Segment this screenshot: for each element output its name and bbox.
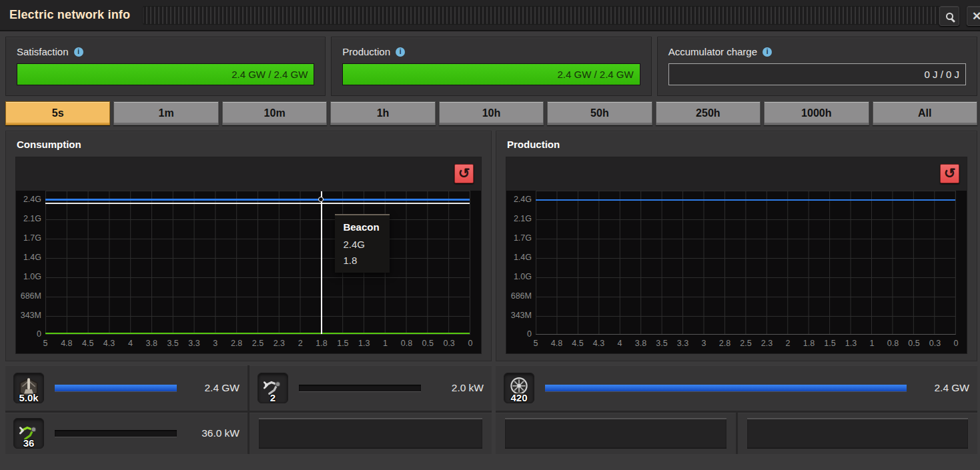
x-tick: 4.5 — [82, 339, 93, 348]
production-legend: 420 2.4 GW — [496, 365, 977, 454]
search-icon — [946, 13, 953, 20]
search-button[interactable] — [939, 6, 959, 26]
time-button-10m[interactable]: 10m — [222, 101, 327, 125]
green-series-line — [45, 333, 470, 334]
reset-zoom-button[interactable]: ↺ — [940, 164, 959, 183]
steam-turbine-bar-fill — [545, 385, 907, 391]
inserter-bar-track — [299, 385, 421, 392]
y-tick: 1.4G — [23, 253, 41, 262]
legend-item-steam-turbine[interactable]: 420 2.4 GW — [496, 365, 977, 411]
y-tick: 686M — [21, 291, 41, 301]
x-tick: 1.5 — [824, 339, 835, 348]
steam-turbine-power-value: 2.4 GW — [917, 382, 969, 394]
production-plot[interactable] — [536, 191, 956, 335]
x-tick: 0 — [468, 339, 473, 348]
production-stat-panel: Production i 2.4 GW / 2.4 GW — [331, 37, 651, 96]
y-tick: 686M — [511, 291, 532, 301]
beacon-power-value: 2.4 GW — [187, 382, 239, 394]
y-tick: 0 — [527, 329, 532, 339]
time-button-50h[interactable]: 50h — [547, 101, 652, 125]
x-tick: 2.5 — [740, 339, 751, 348]
beacon-count: 5.0k — [14, 392, 43, 403]
info-icon: i — [396, 47, 405, 57]
accumulator-panel: Accumulator charge i 0 J / 0 J — [657, 37, 977, 96]
steam-turbine-bar-track — [545, 385, 907, 392]
x-tick: 3.5 — [167, 339, 178, 348]
x-tick: 4.5 — [572, 339, 583, 348]
y-tick: 2.4G — [514, 195, 532, 204]
accumulator-label: Accumulator charge — [668, 46, 757, 57]
time-button-1m[interactable]: 1m — [113, 101, 218, 125]
empty-legend-panel — [505, 418, 726, 449]
empty-legend-panel — [259, 418, 482, 449]
x-tick: 1.8 — [803, 339, 815, 348]
legend-item-beacon[interactable]: 5.0k 2.4 GW — [5, 365, 248, 411]
production-bar: 2.4 GW / 2.4 GW — [342, 63, 640, 85]
x-tick: 1 — [383, 339, 388, 348]
inserter-slot[interactable]: 2 — [258, 373, 288, 403]
close-button[interactable]: ✕ — [967, 6, 980, 26]
x-tick: 2 — [786, 339, 791, 348]
time-button-1000h[interactable]: 1000h — [764, 101, 869, 125]
reset-zoom-button[interactable]: ↺ — [454, 164, 474, 183]
x-tick: 3 — [702, 339, 706, 348]
x-tick: 3.8 — [635, 339, 646, 348]
consumption-plot[interactable]: Beacon 2.4G 1.8 — [45, 191, 470, 335]
x-tick: 2.3 — [274, 339, 285, 348]
x-tick: 4.3 — [593, 339, 604, 348]
x-tick: 4 — [618, 339, 622, 348]
y-tick: 1.4G — [514, 253, 532, 262]
x-tick: 3.3 — [677, 339, 688, 348]
inserter-green-count: 36 — [14, 437, 43, 449]
time-button-10h[interactable]: 10h — [439, 101, 544, 125]
window-titlebar: Electric network info ✕ — [0, 0, 980, 31]
time-button-5s[interactable]: 5s — [5, 101, 110, 125]
production-plot-area: 2.4G 2.1G 1.7G 1.4G 1.0G 686M 343M 0 5 4… — [506, 191, 967, 353]
time-button-250h[interactable]: 250h — [656, 101, 761, 125]
x-tick: 2.3 — [761, 339, 773, 348]
y-tick: 1.7G — [514, 233, 532, 243]
legend-empty-row — [496, 413, 977, 454]
y-tick: 1.0G — [23, 272, 41, 281]
stats-row: Satisfaction i 2.4 GW / 2.4 GW Productio… — [0, 31, 980, 96]
satisfaction-label: Satisfaction — [17, 46, 69, 57]
legend-item-inserter-green[interactable]: 36 36.0 kW — [5, 413, 248, 454]
steam-turbine-slot[interactable]: 420 — [504, 373, 534, 403]
legend-empty-cell — [250, 413, 492, 454]
drag-handle[interactable] — [142, 6, 943, 25]
x-tick: 1 — [870, 339, 875, 348]
beacon-bar-fill — [55, 385, 177, 391]
beacon-slot[interactable]: 5.0k — [13, 373, 44, 403]
x-tick: 3.3 — [188, 339, 199, 348]
hover-cursor-line — [321, 191, 322, 334]
close-icon: ✕ — [972, 9, 980, 23]
charts-row: Consumption ↺ 2.4G 2.1G 1.7G 1.4G 1.0G 6… — [0, 125, 980, 361]
legend-area: 5.0k 2.4 GW 2 2.0 kW — [0, 361, 980, 459]
accumulator-bar: 0 J / 0 J — [668, 63, 966, 85]
x-tick: 1.5 — [337, 339, 348, 348]
x-tick: 3 — [213, 339, 217, 348]
refresh-icon: ↺ — [458, 166, 470, 180]
beacon-series-line — [45, 199, 470, 201]
x-tick: 3.5 — [656, 339, 667, 348]
consumption-chart-title: Consumption — [17, 139, 482, 150]
hover-marker — [318, 197, 324, 202]
x-tick: 1.8 — [316, 339, 327, 348]
production-chart-box: ↺ 2.4G 2.1G 1.7G 1.4G 1.0G 686M 343M 0 — [506, 157, 967, 354]
inserter-green-slot[interactable]: 36 — [13, 418, 44, 449]
time-button-1h[interactable]: 1h — [330, 101, 435, 125]
y-tick: 2.1G — [23, 214, 41, 223]
legend-item-inserter[interactable]: 2 2.0 kW — [250, 365, 492, 411]
consumption-plot-area: 2.4G 2.1G 1.7G 1.4G 1.0G 686M 343M 0 — [16, 191, 481, 353]
time-range-row: 5s 1m 10m 1h 10h 50h 250h 1000h All — [0, 96, 980, 125]
x-tick: 0.5 — [908, 339, 919, 348]
x-tick: 2 — [298, 339, 303, 348]
x-tick: 2.8 — [231, 339, 242, 348]
production-chart-panel: Production ↺ 2.4G 2.1G 1.7G 1.4G 1.0G 68… — [496, 131, 977, 361]
info-icon: i — [763, 47, 772, 57]
consumption-chart-topstrip: ↺ — [16, 157, 481, 191]
production-stat-label: Production — [342, 46, 390, 57]
window-title: Electric network info — [9, 8, 130, 22]
time-button-all[interactable]: All — [873, 101, 977, 125]
y-tick: 343M — [21, 311, 41, 320]
